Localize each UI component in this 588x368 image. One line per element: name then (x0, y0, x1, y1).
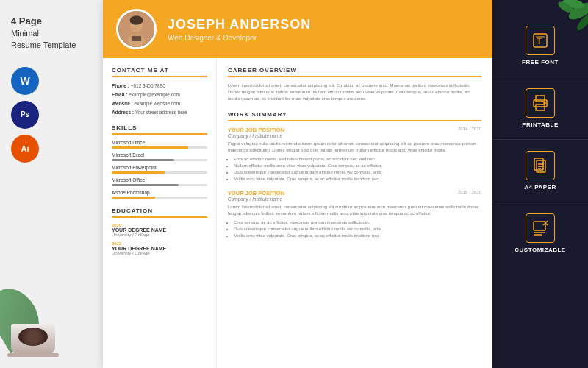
skill-5: Adobe Photoshop (112, 190, 207, 199)
resume-name: JOSEPH ANDERSON (168, 17, 311, 32)
contact-phone: Phone : +012 3456 7890 (112, 82, 207, 89)
badge-word: W (11, 67, 39, 95)
feature-a4-paper: A4 PAPER (492, 140, 588, 202)
skill-1: Microsoft Office (112, 140, 207, 149)
bullet-item: Nullam efficitur mollis arcu vitae vitae… (234, 163, 481, 169)
feature-customizable: CUSTOMIZABLE (492, 202, 588, 264)
a4-label: A4 PAPER (524, 184, 556, 191)
address-value: Your street address here (135, 110, 187, 115)
job-1-bullets: Eros ac efficitur mollis, sed tullus bla… (228, 156, 481, 183)
skill-1-bar-bg (112, 146, 207, 149)
plant-top-decoration (526, 0, 588, 63)
bullet-item: Duis scelerisque consectetur augue nulla… (234, 226, 481, 233)
skill-5-bar-bg (112, 197, 207, 199)
work-section-title: WORK SUMMARY (228, 111, 481, 121)
bullet-item: Eros ac efficitur mollis, sed tullus bla… (234, 156, 481, 163)
job-2-title: YOUR JOB POSITION (228, 190, 284, 197)
resume-job-title: Web Designer & Developer (168, 34, 311, 42)
bullet-item: Mollis arcu vitae vulputate. Cras tempus… (234, 176, 481, 183)
skill-2-bar-bg (112, 159, 207, 161)
skill-5-bar-fill (112, 197, 155, 199)
svg-rect-14 (536, 105, 545, 110)
bullet-item: Duis scelerisque consectetur augue nulla… (234, 169, 481, 176)
skill-4-bar-bg (112, 184, 207, 186)
job-1-desc: Fugiat voluptas nulla facilis reiciendis… (228, 141, 481, 154)
skill-3: Microsoft Powerpoint (112, 165, 207, 174)
contact-website: Website : example.website.com (112, 100, 207, 107)
job-2: YOUR JOB POSITION 2015 - 2020 Company / … (228, 190, 481, 239)
svg-point-15 (544, 102, 545, 104)
a4-paper-icon (526, 151, 555, 180)
badge-photoshop: Ps (11, 101, 39, 129)
right-features-panel: T FREE FONT PRINTABLE (492, 0, 588, 368)
job-2-desc: Lorem ipsum dolor sit amet, consectetur … (228, 204, 481, 217)
skill-4-bar-fill (112, 184, 179, 186)
printable-label: PRINTABLE (522, 121, 559, 128)
skill-4: Microsoft Office (112, 177, 207, 186)
phone-value: +012 3456 7890 (131, 83, 165, 88)
resume-left-column: CONTACT ME AT Phone : +012 3456 7890 Ema… (103, 58, 217, 368)
address-label: Address : (112, 110, 135, 115)
product-line1: 4 Page (11, 15, 76, 28)
skills-section: SKILLS Microsoft Office Microsoft Excel … (112, 124, 207, 199)
bullet-item: Cras tempus, ac ac efficitur, maecenas p… (234, 219, 481, 226)
printable-icon (526, 88, 555, 118)
edu-1-school: University / College (112, 233, 207, 237)
product-title: 4 Page Minimal Resume Template (11, 15, 76, 51)
skill-2-name: Microsoft Excel (112, 152, 207, 158)
career-text: Lorem ipsum dolor sit amet, consectetur … (228, 82, 481, 102)
skill-2: Microsoft Excel (112, 152, 207, 161)
svg-point-2 (130, 15, 143, 24)
decorative-bottom (0, 280, 103, 368)
edu-item-2: 2012 YOUR DEGREE NAME University / Colle… (112, 241, 207, 255)
svg-rect-12 (536, 96, 545, 102)
customizable-label: CUSTOMIZABLE (514, 247, 565, 253)
edu-2-degree: YOUR DEGREE NAME (112, 246, 207, 251)
contact-section: CONTACT ME AT Phone : +012 3456 7890 Ema… (112, 67, 207, 116)
avatar (116, 9, 157, 49)
career-section-title: CAREER OVERVIEW (228, 67, 481, 77)
job-1-dates: 2014 - 2020 (458, 127, 481, 131)
phone-label: Phone : (112, 83, 131, 88)
job-2-bullets: Cras tempus, ac ac efficitur, maecenas p… (228, 219, 481, 239)
job-1-header: YOUR JOB POSITION 2014 - 2020 (228, 127, 481, 133)
education-section-title: EDUCATION (112, 208, 207, 218)
email-label: Email : (112, 92, 129, 97)
edu-item-1: 2010 YOUR DEGREE NAME University / Colle… (112, 223, 207, 237)
contact-email: Email : example@example.com (112, 91, 207, 98)
skill-1-name: Microsoft Office (112, 140, 207, 145)
edu-1-degree: YOUR DEGREE NAME (112, 227, 207, 233)
skill-3-bar-fill (112, 171, 165, 174)
resume-right-column: CAREER OVERVIEW Lorem ipsum dolor sit am… (217, 58, 492, 368)
education-section: EDUCATION 2010 YOUR DEGREE NAME Universi… (112, 208, 207, 255)
website-label: Website : (112, 101, 135, 106)
customizable-icon (526, 213, 555, 243)
product-line3: Resume Template (11, 40, 76, 51)
skill-5-name: Adobe Photoshop (112, 190, 207, 195)
skill-3-name: Microsoft Powerpoint (112, 165, 207, 170)
job-2-company: Company / Institute name (228, 197, 481, 202)
contact-section-title: CONTACT ME AT (112, 67, 207, 77)
skill-3-bar-bg (112, 171, 207, 174)
job-2-header: YOUR JOB POSITION 2015 - 2020 (228, 190, 481, 197)
job-1-company: Company / Institute name (228, 133, 481, 138)
job-1-title: YOUR JOB POSITION (228, 127, 284, 133)
resume-header: JOSEPH ANDERSON Web Designer & Developer (103, 0, 492, 58)
resume-body: CONTACT ME AT Phone : +012 3456 7890 Ema… (103, 58, 492, 368)
work-section: WORK SUMMARY YOUR JOB POSITION 2014 - 20… (228, 111, 481, 239)
skill-1-bar-fill (112, 146, 188, 149)
bullet-item: Mollis arcu vitae vulputate. Cras tempus… (234, 233, 481, 239)
contact-address: Address : Your street address here (112, 109, 207, 116)
job-2-dates: 2015 - 2020 (458, 190, 481, 194)
resume-name-block: JOSEPH ANDERSON Web Designer & Developer (168, 17, 311, 42)
feature-printable: PRINTABLE (492, 77, 588, 140)
resume-container: JOSEPH ANDERSON Web Designer & Developer… (103, 0, 492, 368)
email-value: example@example.com (129, 92, 180, 97)
skills-section-title: SKILLS (112, 124, 207, 135)
website-value: example.website.com (135, 101, 181, 106)
skill-4-name: Microsoft Office (112, 177, 207, 183)
product-line2: Minimal (11, 28, 76, 39)
coffee-decoration (4, 324, 62, 368)
svg-rect-21 (534, 222, 545, 230)
job-1: YOUR JOB POSITION 2014 - 2020 Company / … (228, 127, 481, 183)
